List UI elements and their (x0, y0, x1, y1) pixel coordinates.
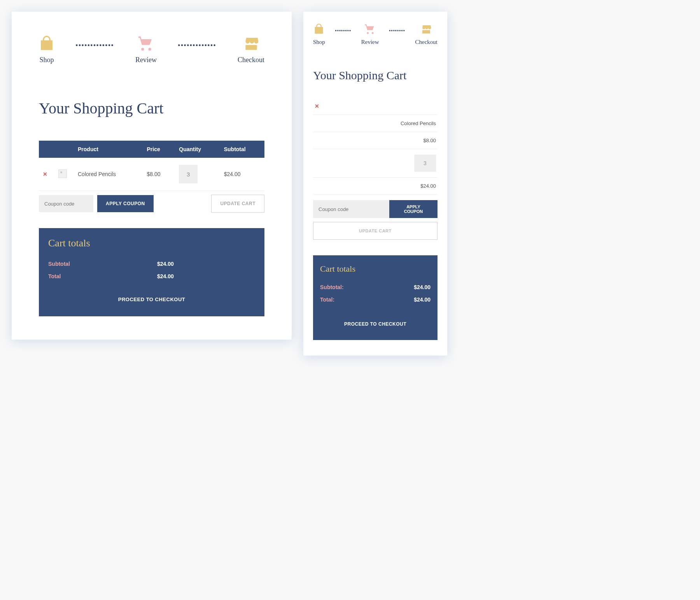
step-shop[interactable]: Shop (39, 35, 54, 64)
product-name[interactable]: Colored Pencils (74, 158, 143, 191)
step-separator: •••••••• (379, 28, 415, 34)
product-name-row: Colored Pencils (313, 115, 438, 132)
price-row: $8.00 (313, 132, 438, 149)
qty-row (313, 149, 438, 178)
progress-steps: Shop ••••••••••••• Review ••••••••••••• … (39, 35, 264, 64)
cart-table: Product Price Quantity Subtotal ✕ Colore… (39, 141, 264, 191)
table-row: ✕ Colored Pencils $8.00 $24.00 (39, 158, 264, 191)
cart-totals: Cart totals Subtotal $24.00 Total $24.00… (39, 228, 264, 316)
cart-desktop-panel: Shop ••••••••••••• Review ••••••••••••• … (12, 12, 292, 340)
cart-icon (364, 23, 376, 35)
step-checkout[interactable]: Checkout (415, 23, 438, 45)
proceed-checkout-button[interactable]: PROCEED TO CHECKOUT (320, 321, 430, 327)
product-price: $8.00 (143, 158, 175, 191)
coupon-input[interactable] (39, 195, 93, 212)
progress-steps: Shop •••••••• Review •••••••• Checkout (313, 23, 438, 45)
coupon-row: APPLY COUPON UPDATE CART (39, 195, 264, 213)
quantity-input[interactable] (179, 165, 198, 183)
shopping-bag-icon (313, 23, 324, 35)
cart-mobile-panel: Shop •••••••• Review •••••••• Checkout Y… (303, 12, 447, 356)
remove-item-button[interactable]: ✕ (315, 103, 319, 109)
subtotal-row: $24.00 (313, 178, 438, 195)
total-label: Total: (320, 297, 414, 303)
remove-row: ✕ (313, 98, 438, 115)
shopping-bag-icon (39, 35, 54, 52)
quantity-input[interactable] (414, 155, 436, 172)
update-cart-button[interactable]: UPDATE CART (211, 195, 264, 213)
coupon-input[interactable] (313, 200, 389, 218)
total-value: $24.00 (157, 273, 174, 279)
cart-icon (137, 35, 156, 52)
storefront-icon (242, 35, 261, 52)
step-separator: •••••••• (325, 28, 361, 34)
step-shop[interactable]: Shop (313, 23, 325, 45)
product-subtotal: $24.00 (220, 158, 264, 191)
product-price: $8.00 (423, 138, 436, 143)
step-checkout[interactable]: Checkout (238, 35, 264, 64)
step-review[interactable]: Review (361, 23, 379, 45)
apply-coupon-button[interactable]: APPLY COUPON (97, 195, 154, 212)
product-subtotal: $24.00 (420, 183, 436, 189)
total-value: $24.00 (414, 297, 430, 303)
col-product: Product (74, 141, 143, 158)
cart-item-list: ✕ Colored Pencils $8.00 $24.00 APPLY COU… (313, 98, 438, 240)
totals-title: Cart totals (48, 237, 255, 249)
step-separator: ••••••••••••• (54, 42, 135, 49)
page-title: Your Shopping Cart (39, 99, 264, 117)
remove-item-button[interactable]: ✕ (43, 171, 47, 177)
subtotal-label: Subtotal: (320, 284, 414, 290)
product-thumbnail[interactable] (58, 169, 67, 178)
subtotal-label: Subtotal (48, 261, 157, 267)
step-label: Shop (39, 56, 54, 64)
step-separator: ••••••••••••• (157, 42, 238, 49)
proceed-checkout-button[interactable]: PROCEED TO CHECKOUT (48, 297, 255, 302)
step-label: Review (361, 39, 379, 45)
cart-totals: Cart totals Subtotal: $24.00 Total: $24.… (313, 255, 438, 340)
coupon-row: APPLY COUPON (313, 200, 438, 218)
subtotal-value: $24.00 (157, 261, 174, 267)
totals-title: Cart totals (320, 264, 430, 274)
product-name[interactable]: Colored Pencils (401, 120, 436, 126)
page-title: Your Shopping Cart (313, 69, 438, 82)
step-label: Checkout (415, 39, 438, 45)
subtotal-value: $24.00 (414, 284, 430, 290)
col-price: Price (143, 141, 175, 158)
total-label: Total (48, 273, 157, 279)
step-label: Checkout (238, 56, 264, 64)
step-review[interactable]: Review (135, 35, 157, 64)
col-quantity: Quantity (175, 141, 220, 158)
step-label: Shop (313, 39, 325, 45)
apply-coupon-button[interactable]: APPLY COUPON (389, 200, 438, 218)
step-label: Review (135, 56, 157, 64)
storefront-icon (420, 23, 432, 35)
col-subtotal: Subtotal (220, 141, 264, 158)
update-cart-button[interactable]: UPDATE CART (313, 222, 438, 240)
